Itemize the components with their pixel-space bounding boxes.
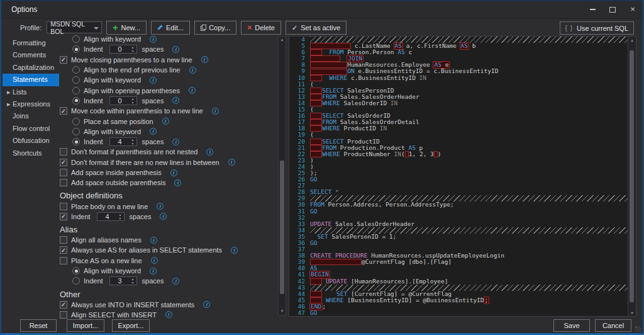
sidebar-item-joins[interactable]: Joins — [3, 110, 59, 122]
info-icon[interactable]: i — [212, 108, 219, 115]
checkbox-icon[interactable]: ✓ — [60, 301, 67, 309]
info-icon[interactable]: i — [172, 278, 179, 285]
option-label: Don't format if there are no new lines i… — [71, 159, 219, 166]
checkbox-icon[interactable] — [60, 169, 67, 176]
spinner-icon[interactable]: ▲▼ — [130, 45, 136, 53]
radio-icon[interactable] — [72, 66, 80, 74]
checkbox-icon[interactable]: ✓ — [60, 246, 67, 254]
sidebar-item-shortcuts[interactable]: Shortcuts — [3, 147, 59, 159]
set-active-button[interactable]: ✓Set as active — [286, 21, 347, 35]
info-icon[interactable]: i — [228, 159, 235, 166]
info-icon[interactable]: i — [160, 213, 167, 220]
radio-icon[interactable] — [72, 267, 80, 275]
info-icon[interactable]: i — [172, 97, 179, 104]
profile-dropdown[interactable]: MSDN SQL BOL — [47, 21, 102, 33]
info-icon[interactable]: i — [157, 203, 164, 210]
edit-button[interactable]: Edit... — [151, 21, 190, 35]
radio-icon[interactable] — [72, 138, 80, 145]
indent-spaces-input[interactable]: 4▲▼ — [109, 137, 137, 146]
checkbox-icon[interactable]: ✓ — [60, 107, 67, 115]
export-button[interactable]: Export... — [112, 319, 150, 332]
spinner-icon[interactable]: ▲▼ — [130, 97, 136, 105]
info-icon[interactable]: i — [174, 179, 181, 186]
info-icon[interactable]: i — [150, 128, 157, 135]
sidebar-item-capitalization[interactable]: Capitalization — [3, 62, 59, 74]
info-icon[interactable]: i — [170, 169, 177, 176]
sidebar-item-flow-control[interactable]: Flow control — [3, 123, 59, 135]
info-icon[interactable]: i — [172, 46, 179, 53]
sidebar-item-comments[interactable]: Comments — [3, 49, 59, 61]
new-button[interactable]: +New... — [106, 21, 147, 35]
code-scrollbar-thumb[interactable] — [630, 50, 634, 302]
minimize-icon[interactable] — [589, 6, 596, 13]
checkbox-icon[interactable] — [60, 257, 67, 264]
spinner-icon[interactable]: ▲▼ — [118, 213, 123, 220]
use-current-sql-button[interactable]: { } Use current SQL — [560, 21, 634, 35]
info-icon[interactable]: i — [150, 36, 157, 43]
radio-icon[interactable] — [72, 277, 80, 285]
indent-spaces-input[interactable]: 4▲▼ — [97, 212, 125, 221]
info-icon[interactable]: i — [150, 237, 157, 244]
options-scrollbar[interactable]: ▲ ▼ — [278, 36, 286, 315]
checkbox-icon[interactable]: ✓ — [60, 56, 67, 64]
info-icon[interactable]: i — [150, 268, 157, 275]
delete-button[interactable]: ×Delete — [241, 21, 281, 35]
checkbox-icon[interactable]: ✓ — [60, 159, 67, 166]
code-token: IN — [419, 75, 426, 81]
code-scrollbar[interactable]: ▲ ▼ — [628, 37, 636, 316]
maximize-icon[interactable] — [609, 6, 616, 13]
info-icon[interactable]: i — [165, 311, 172, 318]
info-icon[interactable]: i — [206, 149, 213, 156]
checkbox-icon[interactable] — [60, 236, 67, 244]
indent-spaces-input[interactable]: 0▲▼ — [109, 96, 137, 105]
changed-line-hatch — [310, 195, 636, 202]
info-icon[interactable]: i — [203, 301, 210, 308]
close-icon[interactable]: × — [629, 6, 636, 13]
info-icon[interactable]: i — [189, 67, 196, 74]
checkbox-icon[interactable] — [60, 148, 67, 156]
radio-icon[interactable] — [72, 118, 80, 125]
radio-icon[interactable] — [72, 128, 80, 135]
radio-icon[interactable] — [72, 76, 80, 84]
checkbox-icon[interactable] — [60, 179, 67, 186]
indent-spaces-input[interactable]: 0▲▼ — [109, 45, 137, 54]
info-icon[interactable]: i — [189, 87, 196, 94]
sidebar-item-expressions[interactable]: ▶Expressions — [3, 98, 59, 110]
sidebar-item-obfuscation[interactable]: Obfuscation — [3, 135, 59, 147]
line-number: 7 — [289, 55, 310, 62]
scroll-down-icon[interactable]: ▼ — [279, 308, 286, 315]
code-line: 30FROM Person.Address, Person.AddressTyp… — [289, 202, 636, 208]
changed-line-hatch — [310, 285, 636, 291]
checkbox-icon[interactable] — [60, 203, 67, 210]
indent-spaces-input[interactable]: 3▲▼ — [109, 276, 137, 285]
sidebar-item-lists[interactable]: ▶Lists — [3, 86, 59, 98]
save-button[interactable]: Save — [553, 319, 590, 332]
scroll-down-icon[interactable]: ▼ — [628, 309, 636, 316]
import-button[interactable]: Import... — [67, 319, 104, 332]
radio-icon[interactable] — [72, 87, 80, 94]
radio-icon[interactable] — [72, 35, 80, 43]
sidebar-item-statements[interactable]: Statements — [3, 74, 59, 86]
sidebar-item-formatting[interactable]: Formatting — [3, 37, 59, 49]
spinner-icon[interactable]: ▲▼ — [130, 277, 136, 285]
scroll-up-icon[interactable]: ▲ — [279, 37, 286, 43]
info-icon[interactable]: i — [172, 139, 179, 145]
checkbox-icon[interactable] — [60, 311, 67, 319]
info-icon[interactable]: i — [231, 247, 238, 254]
scroll-up-icon[interactable]: ▲ — [628, 37, 636, 43]
options-scrollbar-thumb[interactable] — [280, 161, 284, 294]
sidebar-item-label: Expressions — [13, 100, 50, 108]
reset-button[interactable]: Reset — [20, 319, 57, 332]
info-icon[interactable]: i — [150, 77, 157, 84]
radio-icon[interactable] — [72, 97, 80, 105]
info-icon[interactable]: i — [162, 118, 169, 125]
radio-icon[interactable] — [72, 45, 80, 53]
resize-grip[interactable] — [635, 326, 641, 332]
chevron-down-icon — [94, 27, 99, 30]
checkbox-icon[interactable]: ✓ — [60, 213, 67, 220]
info-icon[interactable]: i — [151, 257, 158, 264]
spinner-icon[interactable]: ▲▼ — [130, 138, 136, 145]
copy-button[interactable]: Copy... — [194, 21, 236, 35]
cancel-button[interactable]: Cancel — [595, 319, 631, 332]
info-icon[interactable]: i — [201, 56, 208, 63]
